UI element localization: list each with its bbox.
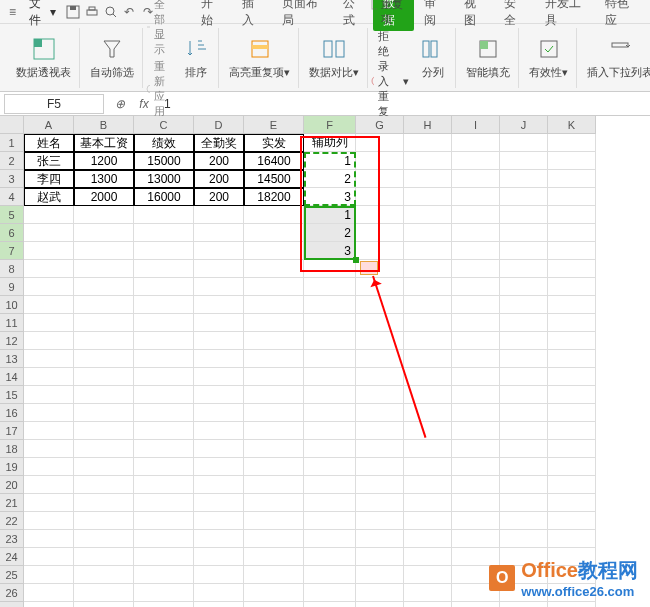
cell-B19[interactable] xyxy=(74,458,134,476)
cell-F3[interactable]: 2 xyxy=(304,170,356,188)
cell-E4[interactable]: 18200 xyxy=(244,188,304,206)
cell-F14[interactable] xyxy=(304,368,356,386)
cell-H19[interactable] xyxy=(404,458,452,476)
cell-E23[interactable] xyxy=(244,530,304,548)
cell-G7[interactable] xyxy=(356,242,404,260)
cell-I4[interactable] xyxy=(452,188,500,206)
cell-G14[interactable] xyxy=(356,368,404,386)
cell-E3[interactable]: 14500 xyxy=(244,170,304,188)
cell-B9[interactable] xyxy=(74,278,134,296)
cell-B7[interactable] xyxy=(74,242,134,260)
cell-A13[interactable] xyxy=(24,350,74,368)
cell-C27[interactable] xyxy=(134,602,194,607)
cell-E18[interactable] xyxy=(244,440,304,458)
cell-D5[interactable] xyxy=(194,206,244,224)
cell-H20[interactable] xyxy=(404,476,452,494)
cell-I11[interactable] xyxy=(452,314,500,332)
cell-K17[interactable] xyxy=(548,422,596,440)
cell-I2[interactable] xyxy=(452,152,500,170)
cell-H14[interactable] xyxy=(404,368,452,386)
cell-I13[interactable] xyxy=(452,350,500,368)
cell-A18[interactable] xyxy=(24,440,74,458)
cell-K8[interactable] xyxy=(548,260,596,278)
cell-E24[interactable] xyxy=(244,548,304,566)
cell-B23[interactable] xyxy=(74,530,134,548)
cell-J10[interactable] xyxy=(500,296,548,314)
cell-E17[interactable] xyxy=(244,422,304,440)
cell-F24[interactable] xyxy=(304,548,356,566)
cell-I14[interactable] xyxy=(452,368,500,386)
cell-J2[interactable] xyxy=(500,152,548,170)
col-header-B[interactable]: B xyxy=(74,116,134,134)
cell-A15[interactable] xyxy=(24,386,74,404)
cell-D26[interactable] xyxy=(194,584,244,602)
cell-I7[interactable] xyxy=(452,242,500,260)
cell-K27[interactable] xyxy=(548,602,596,607)
cell-F18[interactable] xyxy=(304,440,356,458)
cell-K10[interactable] xyxy=(548,296,596,314)
cell-J17[interactable] xyxy=(500,422,548,440)
col-header-G[interactable]: G xyxy=(356,116,404,134)
cell-E25[interactable] xyxy=(244,566,304,584)
cell-B1[interactable]: 基本工资 xyxy=(74,134,134,152)
cell-D9[interactable] xyxy=(194,278,244,296)
cell-G3[interactable] xyxy=(356,170,404,188)
cell-I19[interactable] xyxy=(452,458,500,476)
cell-D27[interactable] xyxy=(194,602,244,607)
col-header-C[interactable]: C xyxy=(134,116,194,134)
cell-K13[interactable] xyxy=(548,350,596,368)
cell-E15[interactable] xyxy=(244,386,304,404)
cell-I20[interactable] xyxy=(452,476,500,494)
cell-I8[interactable] xyxy=(452,260,500,278)
cell-G18[interactable] xyxy=(356,440,404,458)
row-header-16[interactable]: 16 xyxy=(0,404,24,422)
cell-H8[interactable] xyxy=(404,260,452,278)
cell-C4[interactable]: 16000 xyxy=(134,188,194,206)
cell-C7[interactable] xyxy=(134,242,194,260)
cell-B21[interactable] xyxy=(74,494,134,512)
cell-A25[interactable] xyxy=(24,566,74,584)
file-menu[interactable]: 文件▾ xyxy=(21,0,64,31)
cell-B25[interactable] xyxy=(74,566,134,584)
cell-A23[interactable] xyxy=(24,530,74,548)
cell-E10[interactable] xyxy=(244,296,304,314)
cell-F20[interactable] xyxy=(304,476,356,494)
cell-C21[interactable] xyxy=(134,494,194,512)
ribbon-highlight[interactable]: 高亮重复项▾ xyxy=(221,28,299,88)
cell-C19[interactable] xyxy=(134,458,194,476)
cell-K3[interactable] xyxy=(548,170,596,188)
cell-D14[interactable] xyxy=(194,368,244,386)
cell-G24[interactable] xyxy=(356,548,404,566)
cell-K11[interactable] xyxy=(548,314,596,332)
cell-I6[interactable] xyxy=(452,224,500,242)
col-header-K[interactable]: K xyxy=(548,116,596,134)
cell-D23[interactable] xyxy=(194,530,244,548)
cell-B18[interactable] xyxy=(74,440,134,458)
cell-G22[interactable] xyxy=(356,512,404,530)
cell-J18[interactable] xyxy=(500,440,548,458)
cell-J5[interactable] xyxy=(500,206,548,224)
cell-B13[interactable] xyxy=(74,350,134,368)
cell-C20[interactable] xyxy=(134,476,194,494)
cell-F6[interactable]: 2 xyxy=(304,224,356,242)
row-header-11[interactable]: 11 xyxy=(0,314,24,332)
cell-B12[interactable] xyxy=(74,332,134,350)
cell-B5[interactable] xyxy=(74,206,134,224)
cell-J19[interactable] xyxy=(500,458,548,476)
fx-label[interactable]: fx xyxy=(132,97,156,111)
ribbon-pivot[interactable]: 数据透视表 xyxy=(8,28,80,88)
cell-J7[interactable] xyxy=(500,242,548,260)
name-box[interactable]: F5 xyxy=(4,94,104,114)
cell-H23[interactable] xyxy=(404,530,452,548)
cell-J1[interactable] xyxy=(500,134,548,152)
cell-C2[interactable]: 15000 xyxy=(134,152,194,170)
row-header-14[interactable]: 14 xyxy=(0,368,24,386)
cell-K14[interactable] xyxy=(548,368,596,386)
cell-F22[interactable] xyxy=(304,512,356,530)
cell-H1[interactable] xyxy=(404,134,452,152)
cell-K19[interactable] xyxy=(548,458,596,476)
cell-F16[interactable] xyxy=(304,404,356,422)
cell-A9[interactable] xyxy=(24,278,74,296)
cell-E7[interactable] xyxy=(244,242,304,260)
cell-C6[interactable] xyxy=(134,224,194,242)
